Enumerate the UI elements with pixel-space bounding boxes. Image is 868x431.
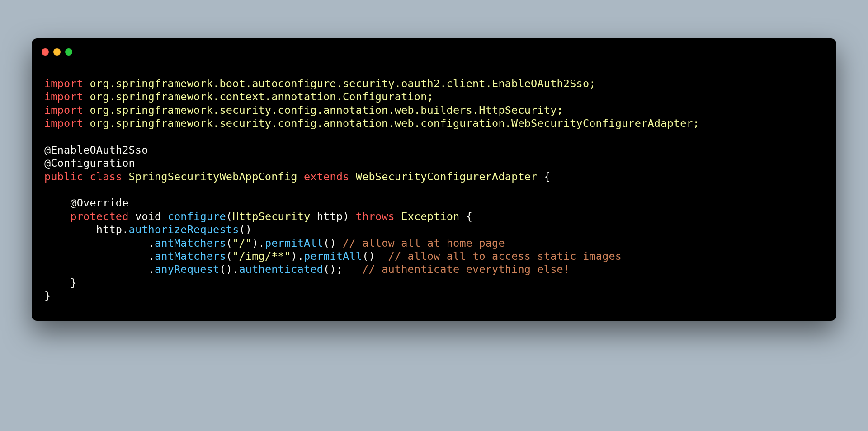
paren: )	[291, 250, 297, 262]
dot: .	[122, 223, 128, 236]
brace: }	[70, 276, 76, 289]
keyword-import: import	[44, 104, 83, 117]
indent	[44, 237, 148, 249]
package-path: org.springframework.boot.autoconfigure.s…	[83, 77, 596, 90]
brace: {	[538, 170, 551, 183]
method-call: authenticated	[239, 263, 323, 276]
parens: ()	[219, 263, 232, 276]
window-titlebar	[32, 38, 836, 59]
close-icon[interactable]	[42, 48, 49, 56]
paren: (	[226, 237, 232, 249]
paren: (	[226, 250, 232, 262]
method-call: authorizeRequests	[129, 223, 239, 236]
space	[310, 210, 316, 223]
dot: .	[259, 237, 265, 249]
dot: .	[148, 250, 155, 262]
brace: }	[44, 290, 51, 302]
annotation: @EnableOAuth2Sso	[44, 144, 148, 156]
dot: .	[232, 263, 239, 276]
method-call: anyRequest	[155, 263, 219, 276]
paren: (	[226, 210, 232, 223]
comment: // allow all to access static images	[388, 250, 622, 262]
parens: ()	[239, 223, 252, 236]
param-name: http	[317, 210, 343, 223]
minimize-icon[interactable]	[53, 48, 61, 56]
space	[297, 170, 304, 183]
maximize-icon[interactable]	[65, 48, 72, 56]
method-name: configure	[168, 210, 226, 223]
space	[336, 237, 343, 249]
parens: ()	[323, 237, 336, 249]
keyword-import: import	[44, 117, 83, 130]
code-window: import org.springframework.boot.autoconf…	[32, 38, 836, 321]
comment: // allow all at home page	[343, 237, 505, 249]
paren: )	[343, 210, 349, 223]
object-ref: http	[96, 223, 122, 236]
supertype-name: WebSecurityConfigurerAdapter	[356, 170, 538, 183]
dot: .	[148, 237, 155, 249]
comment: // authenticate everything else!	[362, 263, 570, 276]
indent	[44, 210, 70, 223]
space	[395, 210, 401, 223]
string-literal: "/img/**"	[232, 250, 291, 262]
space	[349, 170, 355, 183]
space	[122, 170, 128, 183]
indent	[44, 250, 148, 262]
space	[129, 210, 135, 223]
space	[161, 210, 167, 223]
keyword-throws: throws	[356, 210, 395, 223]
keyword-void: void	[135, 210, 161, 223]
code-editor: import org.springframework.boot.autoconf…	[32, 59, 836, 303]
keyword-import: import	[44, 90, 83, 103]
package-path: org.springframework.security.config.anno…	[83, 104, 563, 117]
keyword-import: import	[44, 77, 83, 90]
exception-type: Exception	[401, 210, 459, 223]
class-name: SpringSecurityWebAppConfig	[129, 170, 297, 183]
keyword-extends: extends	[304, 170, 349, 183]
dot: .	[148, 263, 155, 276]
annotation: @Override	[70, 197, 128, 209]
indent	[44, 263, 148, 276]
indent	[44, 197, 70, 209]
dot: .	[297, 250, 304, 262]
string-literal: "/"	[232, 237, 252, 249]
param-type: HttpSecurity	[232, 210, 310, 223]
space	[375, 250, 388, 262]
method-call: antMatchers	[155, 237, 226, 249]
brace: {	[459, 210, 472, 223]
space	[343, 263, 362, 276]
indent	[44, 276, 70, 289]
method-call: antMatchers	[155, 250, 226, 262]
method-call: permitAll	[304, 250, 362, 262]
parens: ();	[323, 263, 343, 276]
keyword-public: public	[44, 170, 83, 183]
package-path: org.springframework.security.config.anno…	[83, 117, 699, 130]
package-path: org.springframework.context.annotation.C…	[83, 90, 434, 103]
indent	[44, 223, 96, 236]
keyword-protected: protected	[70, 210, 128, 223]
paren: )	[252, 237, 258, 249]
parens: ()	[362, 250, 375, 262]
space	[83, 170, 90, 183]
annotation: @Configuration	[44, 157, 135, 169]
keyword-class: class	[90, 170, 122, 183]
space	[349, 210, 355, 223]
method-call: permitAll	[265, 237, 323, 249]
